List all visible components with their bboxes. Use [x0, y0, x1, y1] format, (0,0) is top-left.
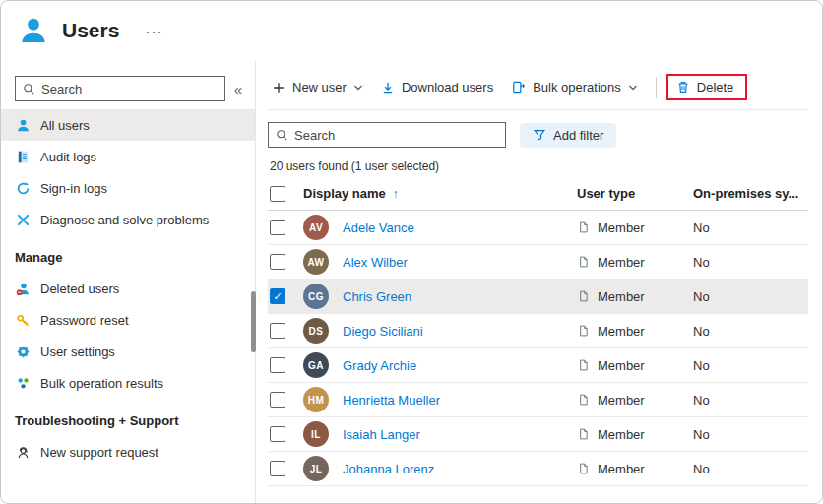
user-name-link[interactable]: Henrietta Mueller	[343, 393, 577, 408]
plus-icon	[272, 81, 285, 94]
copy-icon[interactable]	[577, 393, 590, 407]
column-label: Display name	[303, 186, 386, 201]
user-type-value: Member	[598, 462, 645, 476]
row-checkbox[interactable]	[270, 357, 285, 373]
copy-icon[interactable]	[577, 255, 590, 269]
column-display-name[interactable]: Display name↑	[303, 186, 577, 201]
sidebar-item-user-settings[interactable]: User settings	[1, 336, 255, 367]
sidebar-item-audit-logs[interactable]: Audit logs	[1, 141, 255, 172]
page-title: Users	[62, 19, 119, 42]
on-premises-value: No	[693, 427, 808, 442]
avatar: AV	[303, 215, 329, 240]
table-row[interactable]: IL Isaiah Langer Member No	[268, 417, 808, 452]
user-type-cell: Member	[577, 255, 693, 270]
filter-funnel-icon	[533, 128, 546, 142]
row-checkbox[interactable]	[270, 426, 285, 442]
copy-icon[interactable]	[577, 427, 590, 441]
sidebar-item-sign-in-logs[interactable]: Sign-in logs	[1, 172, 255, 204]
on-premises-value: No	[693, 324, 808, 339]
user-name-link[interactable]: Diego Siciliani	[343, 324, 577, 339]
table-row[interactable]: AW Alex Wilber Member No	[268, 245, 808, 280]
table-body: AV Adele Vance Member No AW Alex Wilber …	[268, 211, 808, 486]
table-row[interactable]: DS Diego Siciliani Member No	[268, 314, 808, 348]
sign-in-logs-icon	[15, 180, 32, 197]
delete-button[interactable]: Delete	[676, 80, 734, 94]
copy-icon[interactable]	[577, 220, 590, 234]
table-row[interactable]: ✓ CG Chris Green Member No	[268, 280, 808, 314]
sidebar-item-all-users[interactable]: All users	[1, 109, 255, 141]
sidebar-search-row: «	[1, 76, 255, 101]
sidebar-item-deleted-users[interactable]: Deleted users	[1, 273, 255, 304]
sidebar-item-label: All users	[40, 118, 90, 133]
sidebar-search-input[interactable]	[41, 82, 218, 96]
user-searchbox	[268, 122, 506, 148]
user-name-link[interactable]: Chris Green	[343, 289, 577, 304]
bulk-operation-results-icon	[15, 375, 32, 392]
user-type-cell: Member	[577, 220, 693, 235]
copy-icon[interactable]	[577, 324, 590, 338]
user-name-link[interactable]: Isaiah Langer	[343, 427, 577, 442]
user-type-cell: Member	[577, 427, 693, 442]
main-content: New user Download users Bulk operatio	[255, 60, 822, 504]
row-checkbox[interactable]	[270, 254, 285, 270]
bulk-operations-button[interactable]: Bulk operations	[511, 80, 638, 94]
table-row[interactable]: JL Johanna Lorenz Member No	[268, 452, 808, 486]
user-name-link[interactable]: Grady Archie	[343, 358, 577, 373]
sidebar-item-diagnose[interactable]: Diagnose and solve problems	[1, 204, 255, 235]
new-user-button[interactable]: New user	[272, 80, 363, 94]
row-checkbox[interactable]	[270, 392, 285, 408]
copy-icon[interactable]	[577, 289, 590, 303]
table-row[interactable]: AV Adele Vance Member No	[268, 211, 808, 245]
sidebar-item-label: Bulk operation results	[40, 376, 163, 391]
trash-icon	[676, 80, 690, 94]
sidebar-item-new-support-request[interactable]: New support request	[1, 436, 255, 468]
more-menu-button[interactable]: ···	[145, 23, 162, 39]
bulk-operations-label: Bulk operations	[533, 80, 621, 94]
avatar: HM	[303, 387, 329, 412]
row-checkbox[interactable]	[270, 461, 285, 476]
collapse-sidebar-button[interactable]: «	[229, 79, 247, 99]
table-row[interactable]: GA Grady Archie Member No	[268, 348, 808, 383]
sidebar-scrollbar-thumb[interactable]	[251, 291, 256, 352]
copy-icon[interactable]	[577, 358, 590, 372]
user-name-link[interactable]: Adele Vance	[343, 220, 577, 235]
sidebar-item-password-reset[interactable]: Password reset	[1, 304, 255, 336]
toolbar-separator	[656, 77, 657, 98]
users-page: Users ··· « All users	[0, 0, 823, 504]
row-checkbox[interactable]	[270, 323, 285, 339]
column-user-type: User type	[577, 186, 693, 201]
command-bar: New user Download users Bulk operatio	[268, 74, 808, 110]
table-row[interactable]: HM Henrietta Mueller Member No	[268, 383, 808, 417]
sort-ascending-icon: ↑	[393, 187, 399, 201]
chevron-down-icon	[353, 83, 363, 93]
user-type-value: Member	[598, 220, 645, 235]
sidebar-item-label: Audit logs	[40, 150, 96, 164]
download-users-button[interactable]: Download users	[381, 80, 493, 94]
password-reset-icon	[15, 312, 32, 329]
new-user-label: New user	[292, 80, 347, 94]
user-type-cell: Member	[577, 358, 693, 373]
user-type-cell: Member	[577, 393, 693, 408]
user-type-value: Member	[598, 393, 645, 408]
user-type-value: Member	[598, 427, 645, 442]
diagnose-icon	[15, 212, 32, 228]
copy-icon[interactable]	[577, 462, 590, 475]
search-icon	[23, 83, 35, 95]
sidebar-item-label: Password reset	[40, 313, 129, 328]
user-type-value: Member	[598, 255, 645, 270]
add-filter-button[interactable]: Add filter	[520, 123, 616, 148]
avatar: JL	[303, 456, 329, 481]
user-name-link[interactable]: Alex Wilber	[343, 255, 577, 270]
sidebar: « All users Audit logs	[1, 60, 255, 504]
delete-annotation: Delete	[666, 74, 748, 100]
user-search-input[interactable]	[294, 128, 498, 143]
select-all-checkbox[interactable]	[270, 186, 285, 202]
row-checkbox[interactable]	[270, 220, 285, 235]
page-body: « All users Audit logs	[1, 60, 822, 504]
user-name-link[interactable]: Johanna Lorenz	[343, 462, 577, 476]
sidebar-item-bulk-operation-results[interactable]: Bulk operation results	[1, 367, 255, 399]
audit-logs-icon	[15, 149, 32, 165]
row-checkbox[interactable]: ✓	[270, 288, 285, 304]
column-on-premises: On-premises sy...	[693, 186, 808, 201]
deleted-users-icon	[15, 281, 32, 297]
